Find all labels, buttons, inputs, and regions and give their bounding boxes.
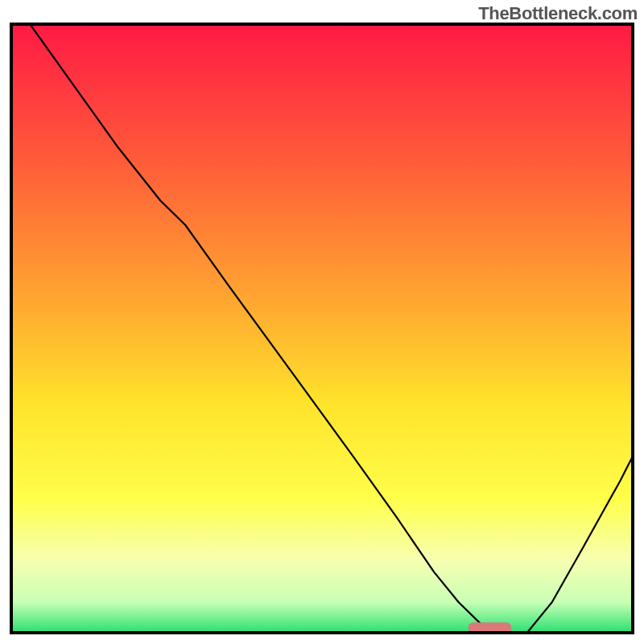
- chart-svg: [0, 0, 644, 644]
- bottleneck-chart: TheBottleneck.com: [0, 0, 644, 644]
- gradient-background: [11, 24, 633, 633]
- watermark-text: TheBottleneck.com: [478, 3, 638, 24]
